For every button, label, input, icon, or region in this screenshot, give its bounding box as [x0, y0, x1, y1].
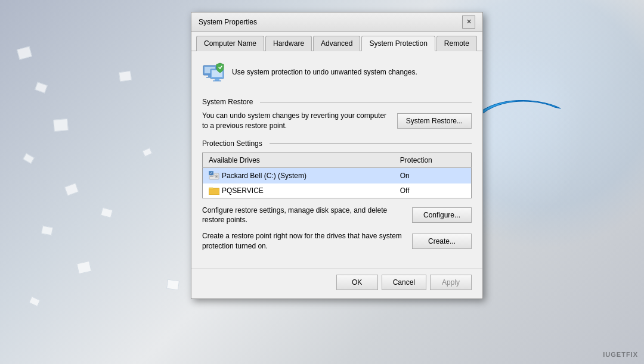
protection-settings-title: Protection Settings: [202, 139, 472, 148]
dialog-wrapper: System Properties ✕ Computer Name Hardwa…: [191, 12, 483, 299]
svg-rect-15: [209, 188, 219, 195]
system-drive-icon: [209, 171, 219, 181]
tab-system-protection[interactable]: System Protection: [361, 36, 435, 51]
system-restore-title: System Restore: [202, 98, 472, 106]
drive-name-system: Packard Bell (C:) (System): [203, 167, 394, 183]
tabs-container: Computer Name Hardware Advanced System P…: [191, 32, 482, 51]
system-protection-icon: [202, 61, 225, 83]
ok-button[interactable]: OK: [336, 275, 378, 290]
drive-protection-pq: Off: [394, 183, 472, 198]
restore-description: You can undo system changes by reverting…: [202, 111, 391, 131]
folder-icon: [209, 186, 219, 195]
title-bar: System Properties ✕: [191, 13, 482, 32]
create-button[interactable]: Create...: [412, 234, 472, 249]
create-row: Create a restore point right now for the…: [202, 231, 472, 251]
svg-rect-13: [210, 176, 213, 177]
create-description: Create a restore point right now for the…: [202, 231, 406, 251]
svg-rect-7: [215, 79, 219, 80]
apply-button[interactable]: Apply: [430, 275, 472, 290]
table-row[interactable]: Packard Bell (C:) (System) On: [203, 167, 472, 183]
drive-protection-system: On: [394, 167, 472, 183]
svg-point-11: [216, 176, 217, 177]
drive-name-pq: PQSERVICE: [203, 183, 394, 198]
header-row: Use system protection to undo unwanted s…: [202, 61, 472, 88]
tab-remote[interactable]: Remote: [436, 36, 477, 51]
col-protection: Protection: [394, 153, 472, 167]
close-button[interactable]: ✕: [462, 15, 475, 29]
dialog-footer: OK Cancel Apply: [191, 268, 482, 298]
watermark: IUGETFIX: [603, 351, 638, 358]
restore-row: You can undo system changes by reverting…: [202, 111, 472, 131]
header-description: Use system protection to undo unwanted s…: [232, 68, 417, 76]
table-row[interactable]: PQSERVICE Off: [203, 183, 472, 198]
tab-hardware[interactable]: Hardware: [265, 36, 312, 51]
configure-button[interactable]: Configure...: [412, 207, 472, 223]
dialog-content: Use system protection to undo unwanted s…: [191, 51, 482, 268]
system-restore-section: System Restore You can undo system chang…: [202, 98, 472, 131]
title-bar-controls: ✕: [462, 15, 475, 29]
protection-settings-section: Protection Settings Available Drives Pro…: [202, 139, 472, 251]
drives-table: Available Drives Protection: [202, 153, 472, 198]
cancel-button[interactable]: Cancel: [382, 275, 426, 290]
system-restore-button[interactable]: System Restore...: [397, 113, 472, 129]
tab-advanced[interactable]: Advanced: [313, 36, 360, 51]
col-available-drives: Available Drives: [203, 153, 394, 167]
paper-decoration: [0, 0, 191, 364]
tab-computer-name[interactable]: Computer Name: [196, 36, 264, 51]
dialog-title: System Properties: [199, 18, 257, 26]
system-properties-dialog: System Properties ✕ Computer Name Hardwa…: [191, 12, 483, 299]
svg-rect-8: [213, 80, 221, 82]
configure-description: Configure restore settings, manage disk …: [202, 206, 406, 226]
configure-row: Configure restore settings, manage disk …: [202, 206, 472, 226]
table-header-row: Available Drives Protection: [203, 153, 472, 167]
